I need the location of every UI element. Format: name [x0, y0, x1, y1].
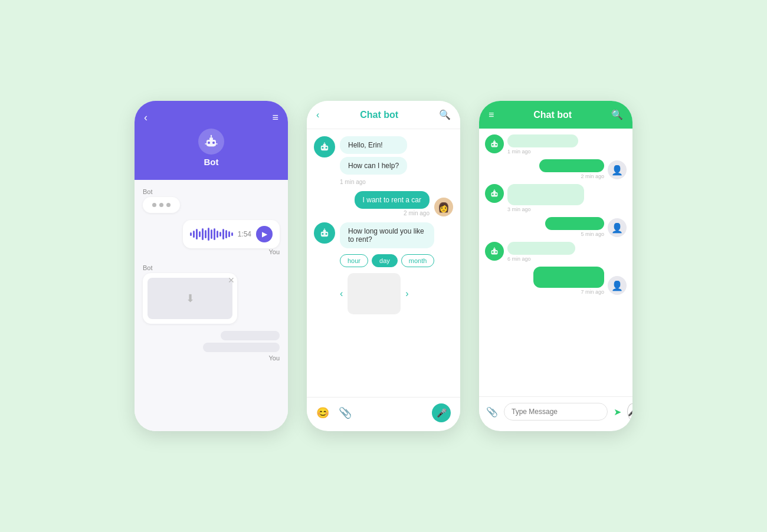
option-month[interactable]: month [401, 254, 435, 267]
you-label-1: You [268, 248, 280, 255]
menu-icon[interactable]: ≡ [272, 111, 278, 124]
back-icon[interactable]: ‹ [144, 111, 148, 124]
p3-user-message-3: 7 min ago 👤 [485, 267, 627, 295]
p3-body: 1 min ago 2 min ago 👤 [479, 129, 632, 396]
option-day[interactable]: day [372, 254, 398, 267]
p3-bot-bubble-3 [507, 242, 575, 255]
p3-time-4: 5 min ago [545, 231, 604, 237]
option-hour[interactable]: hour [340, 254, 368, 267]
bot-message-2: Bot ⬇ ✕ [143, 264, 237, 324]
p2-time-1: 1 min ago [340, 179, 407, 185]
attach-icon[interactable]: 📎 [339, 406, 352, 419]
svg-point-11 [322, 147, 323, 149]
p3-footer: 📎 ➤ 🎤 [479, 396, 632, 426]
svg-rect-10 [323, 144, 326, 146]
p2-footer: 😊 📎 🎤 [307, 397, 460, 428]
svg-rect-33 [494, 247, 494, 248]
p2-user-message-1: I want to rent a car 2 min ago 👩 [314, 191, 453, 216]
svg-point-2 [208, 142, 210, 144]
svg-rect-23 [494, 140, 494, 141]
robot-avatar-icon [198, 129, 224, 155]
carousel: ‹ › [340, 273, 453, 314]
bot-message-1: Bot [143, 188, 180, 213]
p3-bot-avatar-3 [485, 242, 504, 261]
dot-1 [152, 203, 156, 207]
p2-bot-bubble-help: How can I help? [340, 157, 407, 175]
p3-user-message-2: 5 min ago 👤 [485, 217, 627, 237]
p2-search-icon[interactable]: 🔍 [439, 109, 451, 120]
p2-bot-bubble-rent: How long would you like to rent? [340, 222, 434, 248]
image-bubble: ⬇ ✕ [143, 273, 237, 324]
p2-bot-message-1: Hello, Erin! How can I help? 1 min ago [314, 136, 453, 185]
p3-title: Chat bot [501, 110, 604, 120]
svg-point-26 [492, 193, 494, 195]
svg-point-12 [326, 147, 327, 149]
play-button[interactable]: ▶ [256, 226, 273, 242]
svg-rect-28 [494, 189, 494, 191]
svg-rect-1 [209, 137, 213, 140]
emoji-icon[interactable]: 😊 [316, 406, 329, 419]
p3-bot-bubble-2 [507, 184, 584, 205]
p3-time-3: 3 min ago [507, 206, 584, 212]
svg-point-16 [322, 233, 323, 235]
svg-rect-18 [324, 228, 325, 229]
text-bubble-1 [221, 331, 280, 340]
p2-bot-bubble-hello: Hello, Erin! [340, 136, 407, 154]
p3-user-avatar-3: 👤 [608, 276, 627, 295]
bot-label-1: Bot [143, 188, 180, 195]
p2-time-2: 2 min ago [404, 210, 430, 216]
audio-time: 1:54 [238, 230, 251, 238]
p3-time-1: 1 min ago [507, 149, 578, 155]
p3-user-message-1: 2 min ago 👤 [485, 159, 627, 179]
download-icon[interactable]: ⬇ [186, 292, 195, 305]
typing-bubble [143, 197, 180, 213]
image-placeholder: ⬇ [148, 278, 232, 319]
p1-header: ‹ ≡ Bot [135, 101, 288, 180]
footer-mic-button[interactable]: 🎤 [432, 403, 451, 422]
p3-attach-icon[interactable]: 📎 [486, 406, 498, 418]
svg-rect-4 [208, 146, 214, 147]
p3-mic-button[interactable]: 🎤 [627, 403, 632, 420]
svg-point-21 [492, 144, 494, 146]
p2-body: Hello, Erin! How can I help? 1 min ago I… [307, 129, 460, 397]
p3-time-6: 7 min ago [533, 289, 604, 295]
carousel-card [348, 273, 401, 314]
p3-search-icon[interactable]: 🔍 [611, 109, 623, 120]
svg-point-17 [326, 233, 327, 235]
p2-user-bubble-1: I want to rent a car [355, 191, 430, 209]
svg-rect-30 [493, 248, 496, 250]
p3-user-bubble-1 [539, 159, 604, 172]
bot-label-2: Bot [143, 264, 237, 271]
svg-point-6 [211, 135, 212, 136]
p3-bot-bubble-1 [507, 134, 578, 147]
dot-2 [159, 203, 163, 207]
phones-container: ‹ ≡ Bot Bot [135, 101, 632, 431]
p3-header: ≡ Chat bot 🔍 [479, 101, 632, 129]
p3-time-5: 6 min ago [507, 256, 575, 262]
options-row: hour day month [340, 254, 453, 267]
phone-3: ≡ Chat bot 🔍 1 min ago [479, 101, 632, 431]
p3-message-input[interactable] [504, 403, 608, 421]
p3-send-icon[interactable]: ➤ [614, 406, 621, 418]
p3-time-2: 2 min ago [539, 173, 604, 179]
audio-bubble: 1:54 ▶ [183, 220, 280, 248]
p2-bot-bubbles-1: Hello, Erin! How can I help? 1 min ago [340, 136, 407, 185]
carousel-left-arrow[interactable]: ‹ [340, 288, 343, 299]
close-image-icon[interactable]: ✕ [228, 275, 235, 285]
svg-point-22 [495, 144, 497, 146]
svg-rect-25 [493, 191, 496, 192]
p2-header: ‹ Chat bot 🔍 [307, 101, 460, 129]
p2-user-avatar: 👩 [434, 198, 453, 216]
p3-menu-icon[interactable]: ≡ [489, 110, 494, 120]
text-bubble-2 [203, 343, 280, 352]
svg-rect-20 [493, 141, 496, 143]
p2-title: Chat bot [319, 110, 439, 120]
phone-2: ‹ Chat bot 🔍 Hello, Erin! Ho [307, 101, 460, 431]
svg-point-27 [495, 193, 497, 195]
svg-point-3 [212, 142, 215, 144]
you-label-2: You [268, 354, 280, 362]
p3-bot-message-3: 6 min ago [485, 242, 627, 262]
carousel-right-arrow[interactable]: › [405, 288, 408, 299]
svg-point-32 [495, 251, 497, 253]
p1-body: Bot [135, 180, 288, 431]
